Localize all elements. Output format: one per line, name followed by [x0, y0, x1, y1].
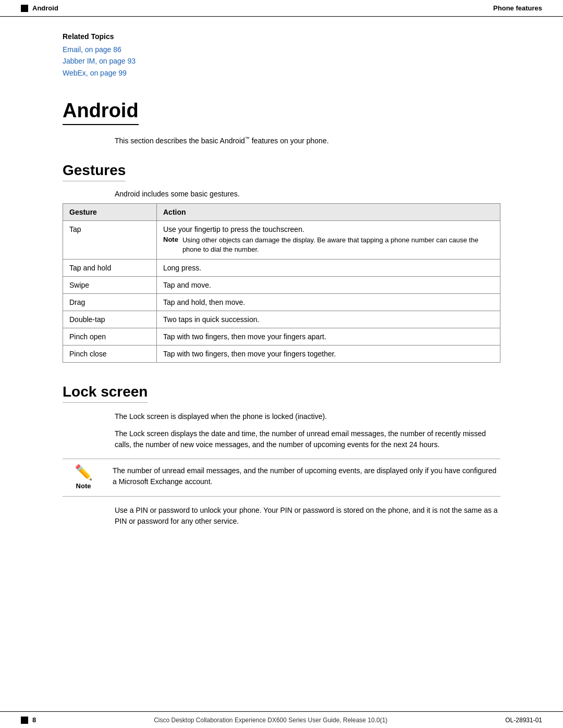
col-header-action: Action [157, 204, 500, 221]
pencil-icon: ✏️ [75, 465, 93, 480]
footer-right-text: OL-28931-01 [505, 717, 542, 724]
table-row: Drag Tap and hold, then move. [63, 293, 500, 311]
note-box-text: The number of unread email messages, and… [113, 465, 500, 487]
gesture-cell: Swipe [63, 276, 157, 293]
action-cell: Long press. [157, 259, 500, 276]
table-row: Double-tap Two taps in quick succession. [63, 311, 500, 328]
header-square-icon [21, 5, 28, 12]
lock-intro-para2: The Lock screen displays the date and ti… [115, 428, 500, 450]
table-row: Tap and hold Long press. [63, 259, 500, 276]
related-topics-section: Related Topics Email, on page 86 Jabber … [63, 32, 500, 79]
android-title: Android [63, 100, 139, 125]
gestures-title: Gestures [63, 162, 126, 181]
footer-square-icon [21, 717, 28, 724]
inline-note: Note Using other objects can damage the … [163, 236, 494, 254]
page-footer: 8 Cisco Desktop Collaboration Experience… [0, 711, 563, 728]
note-box: ✏️ Note The number of unread email messa… [63, 459, 500, 497]
action-cell: Tap and move. [157, 276, 500, 293]
action-cell: Use your fingertip to press the touchscr… [157, 221, 500, 259]
footer-center-text: Cisco Desktop Collaboration Experience D… [154, 717, 387, 724]
col-header-gesture: Gesture [63, 204, 157, 221]
lock-screen-section: Lock screen The Lock screen is displayed… [63, 384, 500, 527]
table-row: Swipe Tap and move. [63, 276, 500, 293]
android-intro: This section describes the basic Android… [115, 135, 500, 146]
table-header-row: Gesture Action [63, 204, 500, 221]
related-topic-link-webex[interactable]: WebEx, on page 99 [63, 67, 500, 79]
gestures-intro: Android includes some basic gestures. [115, 190, 500, 198]
related-topics-label: Related Topics [63, 32, 500, 41]
gesture-cell: Drag [63, 293, 157, 311]
note-icon-area: ✏️ Note [63, 465, 104, 490]
action-cell: Two taps in quick succession. [157, 311, 500, 328]
footer-page-number: 8 [32, 716, 36, 724]
action-cell: Tap and hold, then move. [157, 293, 500, 311]
header-chapter-label: Phone features [493, 4, 542, 12]
page-header: Android Phone features [0, 0, 563, 17]
related-topic-link-jabber[interactable]: Jabber IM, on page 93 [63, 55, 500, 67]
action-cell: Tap with two fingers, then move your fin… [157, 328, 500, 345]
action-text: Use your fingertip to press the touchscr… [163, 225, 304, 233]
gesture-cell: Double-tap [63, 311, 157, 328]
footer-left: 8 [21, 716, 36, 724]
gesture-cell: Pinch close [63, 345, 157, 362]
related-topic-link-email[interactable]: Email, on page 86 [63, 44, 500, 55]
android-section: Android This section describes the basic… [63, 100, 500, 146]
note-label: Note [163, 236, 178, 254]
main-content: Related Topics Email, on page 86 Jabber … [0, 17, 563, 575]
table-row: Pinch open Tap with two fingers, then mo… [63, 328, 500, 345]
action-cell: Tap with two fingers, then move your fin… [157, 345, 500, 362]
lock-intro-para3: Use a PIN or password to unlock your pho… [115, 505, 500, 527]
note-box-label: Note [76, 482, 91, 490]
header-left: Android [21, 4, 58, 12]
table-row: Pinch close Tap with two fingers, then m… [63, 345, 500, 362]
note-text: Using other objects can damage the displ… [182, 236, 494, 254]
header-section-label: Android [32, 4, 58, 12]
gestures-section: Gestures Android includes some basic ges… [63, 162, 500, 362]
gesture-cell: Pinch open [63, 328, 157, 345]
gesture-cell: Tap and hold [63, 259, 157, 276]
gesture-cell: Tap [63, 221, 157, 259]
lock-intro-para1: The Lock screen is displayed when the ph… [115, 411, 500, 422]
table-row: Tap Use your fingertip to press the touc… [63, 221, 500, 259]
gestures-table: Gesture Action Tap Use your fingertip to… [63, 203, 500, 362]
lock-screen-title: Lock screen [63, 384, 148, 403]
